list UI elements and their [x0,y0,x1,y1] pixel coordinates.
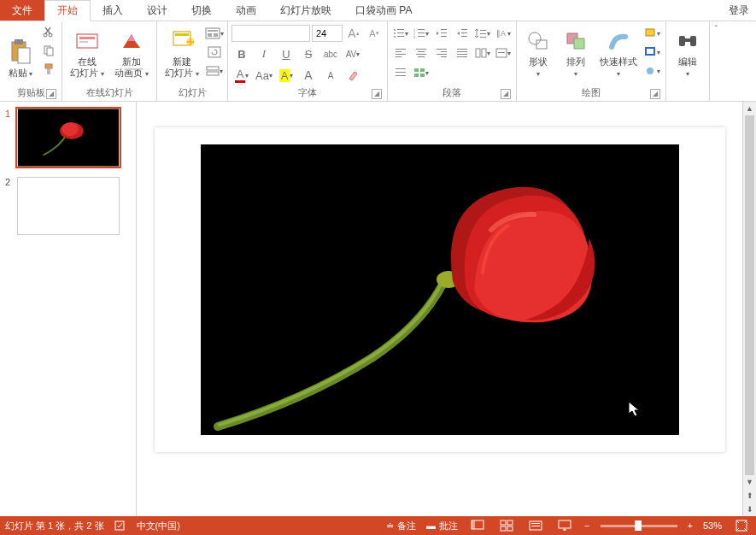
zoom-in-button[interactable]: + [688,520,693,531]
prev-slide-button[interactable]: ⬆ [743,489,756,503]
italic-button[interactable]: I [254,44,274,63]
tab-transition[interactable]: 切换 [179,0,224,21]
canvas-scroll[interactable] [137,102,742,516]
grow-font-button[interactable]: A▴ [344,25,363,42]
tab-insert[interactable]: 插入 [91,0,135,21]
next-slide-button[interactable]: ⬇ [743,503,756,516]
zoom-out-button[interactable]: − [584,520,589,531]
group-slides-label: 幻灯片 [161,85,224,101]
underline-button[interactable]: U [276,44,296,63]
clipboard-dialog-launcher[interactable]: ◢ [46,89,56,99]
zoom-slider[interactable] [601,525,677,527]
layout-button[interactable]: ▾ [205,25,224,42]
find-button[interactable]: 编辑▾ [670,23,706,81]
shape-fill-button[interactable]: ▾ [643,25,662,42]
copy-button[interactable] [39,42,58,59]
reset-button[interactable] [205,44,224,61]
quick-styles-button[interactable]: 快速样式▾ [595,23,642,81]
login-link[interactable]: 登录 [722,0,756,21]
comments-button[interactable]: ▬ 批注 [426,520,458,532]
numbering-button[interactable]: 123▾ [412,25,431,42]
line-spacing-button[interactable]: ▾ [473,25,492,42]
bullets-button[interactable]: ▾ [391,25,410,42]
arrange-button[interactable]: 排列▾ [558,23,594,81]
align-text-button[interactable]: ▾ [494,44,513,62]
sorter-view-button[interactable] [497,518,516,533]
align-dist-button[interactable] [391,64,410,81]
svg-rect-95 [531,523,540,524]
scroll-down-button[interactable]: ▼ [743,475,756,489]
thumbnail-1[interactable]: 1 [5,109,131,167]
tab-pocket-anim[interactable]: 口袋动画 PA [343,0,424,21]
svg-rect-40 [461,36,467,37]
indent-dec-button[interactable] [432,25,451,42]
slide-counter[interactable]: 幻灯片 第 1 张，共 2 张 [5,520,104,532]
highlight-button[interactable]: A▾ [276,66,296,85]
online-slides-button[interactable]: 在线 幻灯片 ▾ [66,23,108,81]
svg-rect-92 [501,526,506,531]
svg-rect-79 [679,36,685,46]
zoom-percent[interactable]: 53% [703,520,722,531]
new-anim-page-button[interactable]: 新加 动画页 ▾ [110,23,153,81]
align-justify-button[interactable] [453,44,472,62]
tab-file[interactable]: 文件 [0,0,44,21]
scroll-up-button[interactable]: ▲ [743,102,756,115]
shapes-button[interactable]: 形状▾ [520,23,556,81]
shape-effects-button[interactable]: ▾ [643,62,662,79]
thumbnail-2[interactable]: 2 [5,177,131,235]
paragraph-dialog-launcher[interactable]: ◢ [501,89,511,99]
shadow-button[interactable]: abc [320,44,341,63]
reading-view-button[interactable] [526,518,545,533]
align-center-button[interactable] [412,44,431,62]
svg-rect-97 [559,520,571,528]
font-name-input[interactable] [231,25,310,42]
svg-rect-7 [45,64,52,68]
text-direction-button[interactable]: ‖A▾ [494,25,513,42]
clear-format-button[interactable] [343,66,363,85]
font-size-input[interactable] [312,25,343,42]
char-spacing-button[interactable]: AV▾ [343,44,363,63]
tab-animation[interactable]: 动画 [224,0,268,21]
svg-rect-52 [418,56,425,57]
fit-window-button[interactable] [732,518,751,533]
paste-button[interactable]: 粘贴 ▾ [3,23,38,81]
svg-rect-64 [498,52,505,53]
slideshow-view-button[interactable] [555,518,574,533]
language-button[interactable]: 中文(中国) [137,520,180,532]
collapse-ribbon-button[interactable]: ˆ [709,21,723,101]
slide-image[interactable] [201,144,679,435]
spellcheck-button[interactable] [114,520,126,532]
normal-view-button[interactable] [468,518,487,533]
align-right-button[interactable] [432,44,451,62]
indent-inc-button[interactable] [453,25,472,42]
bold-button[interactable]: B [231,44,252,63]
tab-design[interactable]: 设计 [135,0,179,21]
tab-home[interactable]: 开始 [44,0,91,21]
svg-text:‖A: ‖A [496,29,506,38]
cut-button[interactable] [39,23,58,40]
font-grow2-button[interactable]: A [298,66,319,85]
slide-canvas[interactable] [155,127,725,452]
align-left-button[interactable] [391,44,410,62]
format-painter-button[interactable] [39,61,58,78]
new-slide-button[interactable]: 新建 幻灯片 ▾ [161,23,203,81]
group-drawing-label: 绘图 [582,87,601,97]
section-button[interactable]: ▾ [205,62,224,79]
shrink-font-button[interactable]: A▾ [365,25,384,42]
svg-rect-37 [441,36,447,37]
vertical-scrollbar[interactable]: ▲ ▼ ⬆ ⬇ [742,102,756,516]
shape-outline-button[interactable]: ▾ [643,44,662,61]
zoom-slider-handle[interactable] [635,520,642,531]
font-color-button[interactable]: A▾ [231,66,252,85]
strike-button[interactable]: S [298,44,319,63]
drawing-dialog-launcher[interactable]: ◢ [650,89,660,99]
change-case-button[interactable]: Aa▾ [254,66,274,85]
tab-slideshow[interactable]: 幻灯片放映 [268,0,343,21]
font-dialog-launcher[interactable]: ◢ [372,89,382,99]
svg-rect-24 [397,29,404,30]
font-shrink2-button[interactable]: A [320,66,341,85]
notes-button[interactable]: ≐ 备注 [386,520,416,532]
convert-smartart-button[interactable]: ▾ [412,64,431,81]
svg-rect-39 [461,32,467,33]
columns-button[interactable]: ▾ [473,44,492,62]
